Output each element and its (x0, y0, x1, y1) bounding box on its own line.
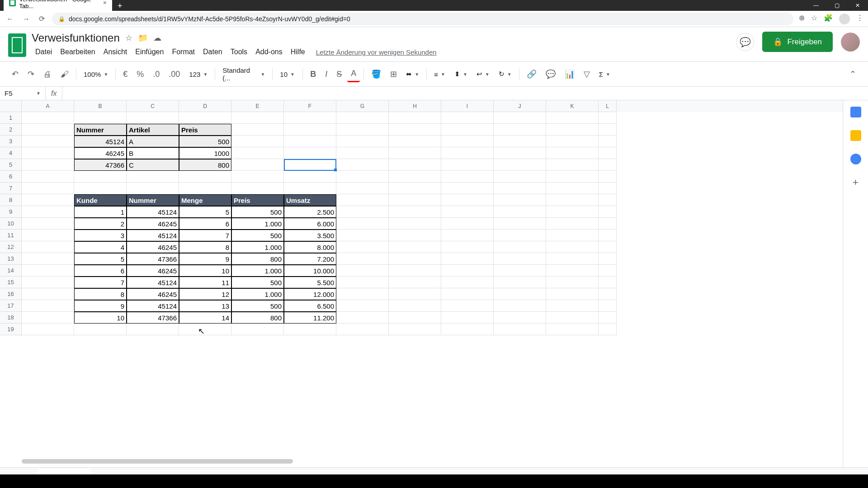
keep-icon[interactable] (850, 130, 861, 141)
cell-E18[interactable]: 800 (231, 312, 284, 324)
cell-F5[interactable] (284, 159, 336, 171)
cell-G19[interactable] (336, 324, 389, 335)
cell-K6[interactable] (546, 171, 599, 183)
row-header-14[interactable]: 14 (0, 265, 22, 277)
cell-A7[interactable] (22, 183, 74, 194)
cell-H4[interactable] (389, 147, 441, 159)
add-addon-icon[interactable]: + (850, 177, 861, 188)
cell-L4[interactable] (599, 147, 617, 159)
cell-K16[interactable] (546, 288, 599, 300)
cell-A5[interactable] (22, 159, 74, 171)
cell-H11[interactable] (389, 230, 441, 241)
cell-F14[interactable]: 10.000 (284, 265, 336, 277)
cell-B1[interactable] (74, 112, 127, 124)
link-button[interactable]: 🔗 (523, 66, 540, 82)
cell-B10[interactable]: 2 (74, 218, 127, 230)
tasks-icon[interactable] (850, 154, 861, 164)
reload-button[interactable]: ⟳ (37, 13, 47, 25)
col-header-C[interactable]: C (127, 100, 179, 112)
cell-A12[interactable] (22, 241, 74, 253)
italic-button[interactable]: I (321, 67, 331, 82)
cell-J18[interactable] (494, 312, 546, 324)
share-button[interactable]: 🔒 Freigeben (762, 32, 833, 52)
row-header-5[interactable]: 5 (0, 159, 22, 171)
cell-I1[interactable] (441, 112, 494, 124)
cell-D12[interactable]: 8 (179, 241, 231, 253)
cell-C14[interactable]: 46245 (127, 265, 179, 277)
cell-J9[interactable] (494, 206, 546, 218)
cell-D18[interactable]: 14 (179, 312, 231, 324)
cell-E1[interactable] (231, 112, 284, 124)
text-color-button[interactable]: A (347, 66, 360, 82)
calendar-icon[interactable] (850, 107, 861, 117)
cell-F2[interactable] (284, 124, 336, 136)
cell-G15[interactable] (336, 277, 389, 288)
cell-B13[interactable]: 5 (74, 253, 127, 265)
cloud-status-icon[interactable]: ☁ (153, 33, 161, 43)
cell-D1[interactable] (179, 112, 231, 124)
cell-A11[interactable] (22, 230, 74, 241)
menu-icon[interactable]: ⋮ (856, 14, 863, 24)
font-select[interactable]: Standard (...▼ (219, 65, 269, 84)
cell-A18[interactable] (22, 312, 74, 324)
cell-I8[interactable] (441, 194, 494, 206)
cell-C11[interactable]: 45124 (127, 230, 179, 241)
row-header-4[interactable]: 4 (0, 147, 22, 159)
cell-H16[interactable] (389, 288, 441, 300)
cell-H18[interactable] (389, 312, 441, 324)
cell-E8[interactable]: Preis (231, 194, 284, 206)
cell-C5[interactable]: C (127, 159, 179, 171)
menu-ansicht[interactable]: Ansicht (100, 46, 131, 58)
cell-A6[interactable] (22, 171, 74, 183)
cell-L13[interactable] (599, 253, 617, 265)
cell-B18[interactable]: 10 (74, 312, 127, 324)
row-header-13[interactable]: 13 (0, 253, 22, 265)
zoom-select[interactable]: 100%▼ (80, 69, 112, 80)
cell-G11[interactable] (336, 230, 389, 241)
cell-F16[interactable]: 12.000 (284, 288, 336, 300)
cell-C10[interactable]: 46245 (127, 218, 179, 230)
browser-tab[interactable]: Verweisfunktionen - Google Tab... × (4, 0, 112, 11)
cell-B8[interactable]: Kunde (74, 194, 127, 206)
cell-K7[interactable] (546, 183, 599, 194)
cell-A14[interactable] (22, 265, 74, 277)
cell-C17[interactable]: 45124 (127, 300, 179, 312)
col-header-L[interactable]: L (599, 100, 617, 112)
cell-K5[interactable] (546, 159, 599, 171)
cell-A15[interactable] (22, 277, 74, 288)
cell-B3[interactable]: 45124 (74, 136, 127, 147)
cell-B9[interactable]: 1 (74, 206, 127, 218)
cell-B16[interactable]: 8 (74, 288, 127, 300)
collapse-toolbar-button[interactable]: ⌃ (846, 66, 860, 82)
cell-D16[interactable]: 12 (179, 288, 231, 300)
cell-I17[interactable] (441, 300, 494, 312)
cell-I4[interactable] (441, 147, 494, 159)
col-header-B[interactable]: B (74, 100, 127, 112)
wrap-button[interactable]: ↩▼ (473, 68, 493, 80)
cell-F7[interactable] (284, 183, 336, 194)
cell-D17[interactable]: 13 (179, 300, 231, 312)
font-size-select[interactable]: 10▼ (276, 69, 299, 80)
cell-B14[interactable]: 6 (74, 265, 127, 277)
extensions-icon[interactable]: 🧩 (824, 14, 833, 24)
cell-L8[interactable] (599, 194, 617, 206)
col-header-J[interactable]: J (494, 100, 546, 112)
maximize-button[interactable]: ▢ (826, 0, 847, 11)
cell-I16[interactable] (441, 288, 494, 300)
cell-C15[interactable]: 45124 (127, 277, 179, 288)
cell-A17[interactable] (22, 300, 74, 312)
cell-E15[interactable]: 500 (231, 277, 284, 288)
cell-F4[interactable] (284, 147, 336, 159)
close-tab-icon[interactable]: × (103, 0, 107, 6)
cell-K1[interactable] (546, 112, 599, 124)
col-header-F[interactable]: F (284, 100, 336, 112)
cell-B19[interactable] (74, 324, 127, 335)
cell-H13[interactable] (389, 253, 441, 265)
cell-J14[interactable] (494, 265, 546, 277)
cell-D15[interactable]: 11 (179, 277, 231, 288)
cell-F15[interactable]: 5.500 (284, 277, 336, 288)
cell-J8[interactable] (494, 194, 546, 206)
h-align-button[interactable]: ≡▼ (430, 69, 449, 80)
cell-B17[interactable]: 9 (74, 300, 127, 312)
cell-B5[interactable]: 47366 (74, 159, 127, 171)
